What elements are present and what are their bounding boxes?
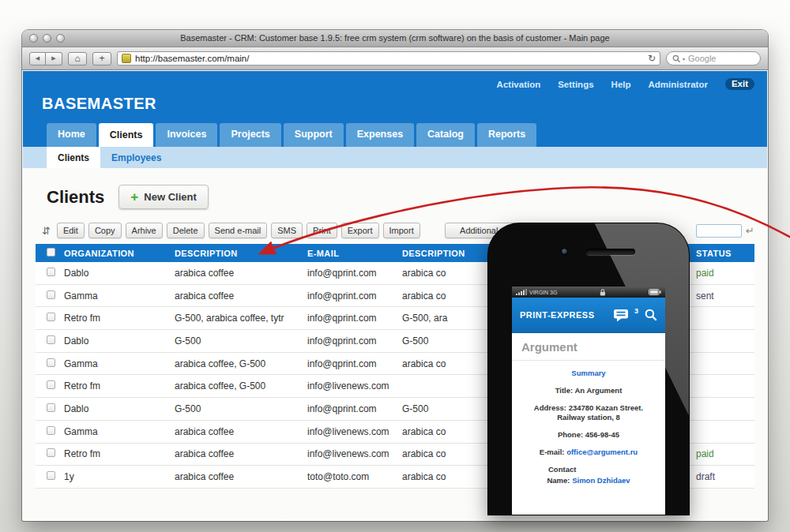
subnav-item-employees[interactable]: Employees (100, 147, 172, 168)
url-text: http://basemaster.com/main/ (135, 54, 249, 63)
tab-support[interactable]: Support (284, 123, 344, 147)
header-link-administrator[interactable]: Administrator (649, 80, 708, 89)
phone-overlay: VIRGIN 3G PRINT-EXPRESS 3 Argument Summa… (488, 223, 689, 515)
google-search-placeholder: Google (688, 54, 716, 63)
table-search-input[interactable] (696, 224, 742, 238)
row-checkbox[interactable] (47, 290, 55, 299)
home-button[interactable]: ⌂ (68, 52, 87, 66)
cell-organization: Dablo (59, 335, 170, 347)
phone-camera-icon (561, 248, 568, 255)
subnav-item-clients[interactable]: Clients (47, 147, 100, 168)
refresh-icon[interactable]: ↻ (648, 53, 656, 64)
enter-icon[interactable]: ↵ (746, 225, 754, 237)
edit-button[interactable]: Edit (57, 223, 85, 238)
import-button[interactable]: Import (383, 223, 420, 238)
window-titlebar[interactable]: Basemaster - CRM: Customer base 1.9.5: f… (22, 30, 768, 47)
cell-email: info@qprint.com (303, 358, 397, 369)
cell-description: arabica coffee (170, 448, 303, 459)
cell-email: info@livenews.com (303, 380, 397, 392)
arhive-button[interactable]: Arhive (126, 223, 163, 238)
google-search-field[interactable]: ▾ Google (666, 51, 761, 66)
header-link-activation[interactable]: Activation (497, 80, 541, 89)
row-checkbox[interactable] (47, 358, 55, 367)
phone-page: Argument Summary Title: An ArgumentAddre… (512, 333, 665, 515)
print-button[interactable]: Print (307, 223, 337, 238)
phone-screen: VIRGIN 3G PRINT-EXPRESS 3 Argument Summa… (512, 287, 665, 515)
phone-summary-row: Title: An Argument (512, 386, 665, 396)
column-header-organization[interactable]: ORGANIZATION (59, 249, 170, 258)
tab-home[interactable]: Home (47, 123, 96, 147)
contact-name-link[interactable]: Simon Dzhidaev (572, 476, 630, 485)
summary-link[interactable]: Summary (571, 369, 605, 377)
cell-description: arabica coffee (170, 268, 303, 279)
cell-status: paid (691, 268, 754, 279)
row-checkbox[interactable] (47, 268, 55, 276)
forward-icon: ▶ (51, 55, 55, 62)
window-title: Basemaster - CRM: Customer base 1.9.5: f… (22, 33, 768, 43)
phone-summary-row: Address: 234780 Kazan Street. Railway st… (512, 403, 665, 424)
cell-description: G-500, arabica coffee, tytr (170, 313, 303, 324)
column-header-status[interactable]: STATUS (691, 249, 754, 258)
send-e-mail-button[interactable]: Send e-mail (209, 223, 268, 238)
cell-description: arabica coffee, G-500 (170, 358, 303, 369)
tab-invoices[interactable]: Invoices (156, 123, 217, 147)
header-link-help[interactable]: Help (611, 80, 631, 89)
header-links: ActivationSettingsHelpAdministrator Exit (497, 78, 754, 90)
copy-button[interactable]: Copy (88, 223, 122, 238)
cell-status: paid (691, 448, 754, 459)
chat-bubble-icon[interactable] (613, 309, 632, 322)
row-checkbox[interactable] (47, 335, 55, 344)
e-mail--link[interactable]: office@argument.ru (566, 448, 638, 456)
delete-button[interactable]: Delete (167, 223, 205, 238)
phone-speaker-icon (586, 249, 635, 255)
search-icon[interactable] (645, 309, 657, 321)
lock-icon (600, 289, 606, 296)
column-header-e-mail[interactable]: E-MAIL (303, 249, 397, 258)
cell-organization: Retro fm (59, 380, 170, 392)
cell-email: toto@toto.com (303, 471, 397, 482)
sms-button[interactable]: SMS (271, 223, 303, 238)
exit-button[interactable]: Exit (725, 78, 754, 90)
cell-email: info@qprint.com (303, 403, 397, 414)
row-checkbox[interactable] (47, 403, 55, 412)
header-link-settings[interactable]: Settings (558, 80, 593, 89)
cell-email: info@livenews.com (303, 426, 397, 437)
back-button[interactable]: ◀ (29, 52, 46, 66)
select-all-checkbox[interactable] (47, 248, 55, 257)
carrier-label: VIRGIN 3G (529, 290, 557, 295)
contact-heading: Contact (512, 465, 665, 475)
app-logo[interactable]: BASEMASTER (42, 95, 156, 113)
tab-reports[interactable]: Reports (477, 123, 536, 147)
new-tab-button[interactable]: + (92, 52, 111, 66)
plus-icon: + (99, 53, 104, 64)
cell-description: arabica coffee (170, 290, 303, 302)
forward-button[interactable]: ▶ (46, 52, 62, 66)
phone-summary-card: Summary Title: An ArgumentAddress: 23478… (512, 361, 665, 486)
export-button[interactable]: Export (341, 223, 379, 238)
phone-summary-row: E-mail: office@argument.ru (512, 448, 665, 458)
tab-expenses[interactable]: Expenses (346, 123, 414, 147)
new-client-button[interactable]: + New Client (118, 185, 208, 209)
main-nav-tabs: HomeClientsInvoicesProjectsSupportExpens… (47, 123, 536, 147)
cell-organization: Gamma (59, 426, 170, 437)
row-checkbox[interactable] (47, 448, 55, 457)
tab-catalog[interactable]: Catalog (416, 123, 475, 147)
page-title: Clients (47, 187, 104, 208)
tab-clients[interactable]: Clients (99, 123, 154, 147)
search-icon (672, 54, 681, 63)
title--value: An Argument (575, 386, 623, 395)
collapse-filter-icon[interactable]: ⇵ (42, 225, 51, 237)
site-favicon-icon (122, 54, 131, 63)
column-header-description[interactable]: DESCRIPTION (170, 249, 303, 258)
row-checkbox[interactable] (47, 426, 55, 435)
signal-bars-icon (516, 289, 527, 295)
address--value: 234780 Kazan Street. Railway station, 8 (557, 403, 643, 422)
address-bar[interactable]: http://basemaster.com/main/ ↻ (117, 51, 660, 66)
phone--value: 456-98-45 (585, 430, 619, 439)
row-checkbox[interactable] (47, 471, 55, 480)
row-checkbox[interactable] (47, 380, 55, 389)
row-checkbox[interactable] (47, 313, 55, 321)
cell-organization: Dablo (59, 268, 170, 279)
tab-projects[interactable]: Projects (220, 123, 280, 147)
phone-summary-row: Phone: 456-98-45 (512, 430, 665, 440)
